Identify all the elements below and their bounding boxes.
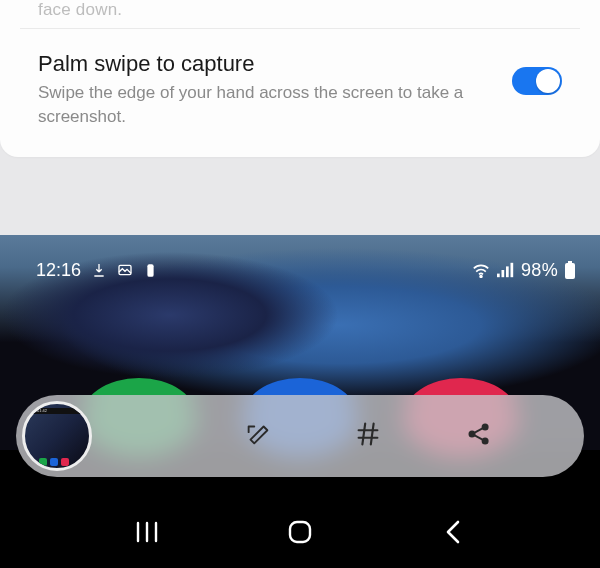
back-icon — [444, 519, 462, 549]
status-bar: 12:16 98% — [0, 255, 600, 285]
status-right: 98% — [471, 260, 576, 281]
toggle-palm-swipe[interactable] — [512, 67, 562, 95]
svg-rect-7 — [568, 261, 572, 263]
setting-row-palm-swipe[interactable]: Palm swipe to capture Swipe the edge of … — [0, 51, 600, 129]
edit-icon — [243, 419, 273, 453]
nav-back[interactable] — [423, 514, 483, 554]
recents-icon — [134, 521, 160, 547]
svg-line-12 — [371, 424, 374, 445]
hashtag-icon — [353, 419, 383, 453]
picture-icon — [117, 262, 133, 278]
svg-line-17 — [474, 435, 484, 440]
clock-icon — [143, 263, 158, 278]
setting-title: Palm swipe to capture — [38, 51, 492, 77]
svg-rect-4 — [502, 270, 505, 277]
svg-rect-6 — [511, 263, 514, 277]
svg-rect-8 — [565, 263, 575, 279]
wifi-icon — [471, 262, 491, 278]
divider — [20, 28, 580, 29]
status-time: 12:16 — [36, 260, 81, 281]
status-left: 12:16 — [36, 260, 158, 281]
nav-home[interactable] — [270, 514, 330, 554]
setting-description: Swipe the edge of your hand across the s… — [38, 81, 492, 129]
svg-rect-3 — [497, 274, 500, 278]
svg-rect-21 — [290, 522, 310, 542]
svg-rect-1 — [147, 264, 153, 277]
settings-card: face down. Palm swipe to capture Swipe t… — [0, 0, 600, 157]
download-icon — [91, 262, 107, 278]
phone-screenshot-area: 12:16 98% — [0, 235, 600, 568]
navigation-bar — [0, 500, 600, 568]
edit-button[interactable] — [203, 419, 314, 453]
setting-text: Palm swipe to capture Swipe the edge of … — [38, 51, 492, 129]
svg-line-16 — [474, 428, 484, 433]
svg-rect-5 — [506, 266, 509, 277]
battery-icon — [564, 261, 576, 279]
nav-recents[interactable] — [117, 514, 177, 554]
battery-percentage: 98% — [521, 260, 558, 281]
hashtag-button[interactable] — [313, 419, 424, 453]
svg-point-2 — [480, 275, 482, 277]
screenshot-toolbar: 01:42 — [16, 395, 584, 477]
signal-icon — [497, 262, 515, 278]
home-icon — [287, 519, 313, 549]
screenshot-thumbnail[interactable]: 01:42 — [22, 401, 92, 471]
previous-setting-desc-partial: face down. — [0, 0, 600, 28]
svg-line-11 — [363, 424, 366, 445]
share-icon — [465, 420, 493, 452]
toggle-knob — [536, 69, 560, 93]
share-button[interactable] — [424, 420, 535, 452]
